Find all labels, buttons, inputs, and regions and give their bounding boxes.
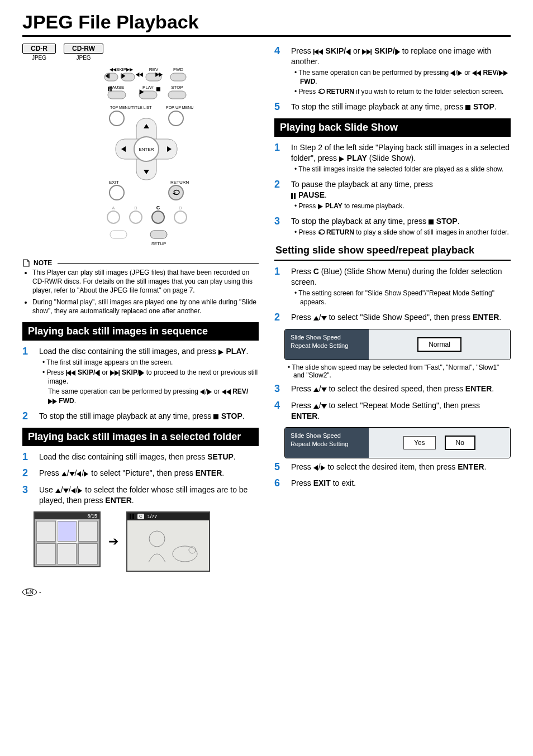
down-icon xyxy=(63,489,69,494)
menu-item: Slide Show Speed xyxy=(291,334,363,341)
step-subline: The same operation can be performed by p… xyxy=(39,387,259,405)
svg-text:ENTER: ENTER xyxy=(139,147,154,152)
menu-item: Slide Show Speed xyxy=(291,432,363,439)
image-preview: C 1/77 xyxy=(126,511,210,572)
step: 5 Press / to select the desired item, th… xyxy=(274,462,511,473)
play-icon xyxy=(339,156,345,162)
step: 2 Press / to select "Slide Show Speed", … xyxy=(274,312,511,323)
step-back-icon xyxy=(95,370,100,376)
fwd-icon xyxy=(499,70,508,76)
svg-text:D: D xyxy=(179,205,182,210)
section-heading: Playing back Slide Show xyxy=(274,118,511,137)
step: 6 Press EXIT to exit. xyxy=(274,478,511,489)
svg-text:PLAY: PLAY xyxy=(142,85,154,90)
fwd-icon xyxy=(48,399,57,404)
repeat-menu: Slide Show Speed Repeat Mode Setting Yes… xyxy=(284,427,511,458)
lang-badge: EN xyxy=(22,588,37,596)
up-icon xyxy=(61,472,67,477)
svg-text:TOP MENU/TITLE LIST: TOP MENU/TITLE LIST xyxy=(110,106,152,109)
skip-fwd-icon xyxy=(362,49,372,55)
svg-rect-31 xyxy=(170,73,186,81)
skip-back-icon xyxy=(313,49,323,55)
step: 1 Press C (Blue) (Slide Show Menu) durin… xyxy=(274,266,511,307)
svg-rect-35 xyxy=(108,91,126,99)
menu-item: Repeat Mode Setting xyxy=(291,441,363,447)
section-heading: Playing back still images in sequence xyxy=(22,322,259,341)
svg-rect-58 xyxy=(110,231,127,238)
step-bold: PLAY xyxy=(226,347,246,356)
step: 1 Load the disc containing still images,… xyxy=(22,452,259,463)
note-list: This Player can play still images (JPEG … xyxy=(22,268,259,315)
badge-cdrw-sub: JPEG xyxy=(64,55,103,61)
disc-badges: CD-R JPEG CD-RW JPEG xyxy=(22,44,259,61)
svg-rect-59 xyxy=(150,231,167,238)
thumb-counter: 8/15 xyxy=(35,513,99,519)
svg-text:B: B xyxy=(134,205,137,210)
menu-item: Repeat Mode Setting xyxy=(291,342,363,349)
step-number: 1 xyxy=(22,346,32,405)
step: 2 To stop the still image playback at an… xyxy=(22,411,259,422)
step-sub: • Press RETURN to play a slide show of s… xyxy=(291,228,511,237)
right-icon xyxy=(84,471,89,477)
left-icon xyxy=(200,389,205,395)
svg-point-61 xyxy=(149,531,165,547)
step-text: To stop the still image playback at any … xyxy=(39,412,213,420)
right-icon xyxy=(458,70,463,76)
folder-preview: 8/15 ➔ C 1/77 xyxy=(22,511,259,572)
down-icon xyxy=(69,472,75,477)
svg-text:RETURN: RETURN xyxy=(170,180,189,185)
note-title: NOTE xyxy=(34,259,52,267)
step-sub: • The same operation can be performed by… xyxy=(291,68,511,86)
skip-fwd-icon xyxy=(110,370,120,376)
step: 2 Press /// to select "Picture", then pr… xyxy=(22,468,259,479)
svg-point-54 xyxy=(107,211,120,223)
step-sub: • Press SKIP/ or SKIP/ to proceed to the… xyxy=(39,368,259,386)
pause-icon xyxy=(130,514,134,519)
up-icon xyxy=(55,489,61,494)
play-icon xyxy=(218,350,224,355)
left-icon xyxy=(450,70,455,76)
step-sub: • The still images inside the selected f… xyxy=(291,165,511,174)
down-icon xyxy=(321,316,327,321)
badge-cdrw: CD-RW xyxy=(64,44,103,54)
svg-text:FWD: FWD xyxy=(173,67,183,72)
section-heading: Playing back still images in a selected … xyxy=(22,428,259,446)
stop-icon xyxy=(465,105,471,111)
svg-point-48 xyxy=(110,185,124,200)
step: 4 Press / to select "Repeat Mode Setting… xyxy=(274,400,511,422)
right-icon xyxy=(78,488,83,494)
svg-point-49 xyxy=(169,185,183,200)
step-sub: • The slide show speed may be selected f… xyxy=(274,363,511,379)
page-title: JPEG File Playback xyxy=(22,11,511,37)
svg-text:▶▶: ▶▶ xyxy=(126,67,134,72)
thumbnail-grid: 8/15 xyxy=(34,511,101,567)
svg-point-62 xyxy=(173,546,197,562)
speed-menu: Slide Show Speed Repeat Mode Setting Nor… xyxy=(284,329,511,360)
step-fwd-icon xyxy=(139,370,144,376)
arrow-right-icon: ➔ xyxy=(106,534,121,549)
left-icon xyxy=(77,471,82,477)
svg-text:REV: REV xyxy=(149,67,158,72)
step: 2 To pause the playback at any time, pre… xyxy=(274,179,511,210)
svg-text:SETUP: SETUP xyxy=(151,241,166,246)
option-yes: Yes xyxy=(403,436,436,449)
svg-text:SKIP: SKIP xyxy=(116,67,126,72)
svg-rect-28 xyxy=(104,73,118,81)
step: 3 Use /// to select the folder whose sti… xyxy=(22,485,259,506)
preview-counter: 1/77 xyxy=(147,514,158,519)
step: 1 In Step 2 of the left side "Playing ba… xyxy=(274,142,511,174)
left-icon xyxy=(313,465,318,471)
return-icon xyxy=(318,88,325,95)
rev-icon xyxy=(472,70,481,76)
svg-point-41 xyxy=(169,111,183,126)
up-icon xyxy=(313,316,319,321)
step: 3 Press / to select the desired speed, t… xyxy=(274,384,511,395)
svg-point-55 xyxy=(130,211,142,223)
svg-text:C: C xyxy=(156,205,160,210)
up-icon xyxy=(313,387,319,393)
section-heading: Setting slide show speed/repeat playback xyxy=(274,242,511,261)
badge-cdr-sub: JPEG xyxy=(22,55,56,61)
step: 3 To stop the playback at any time, pres… xyxy=(274,216,511,237)
document-icon xyxy=(22,259,30,267)
step-sub: • The setting screen for "Slide Show Spe… xyxy=(291,289,511,307)
